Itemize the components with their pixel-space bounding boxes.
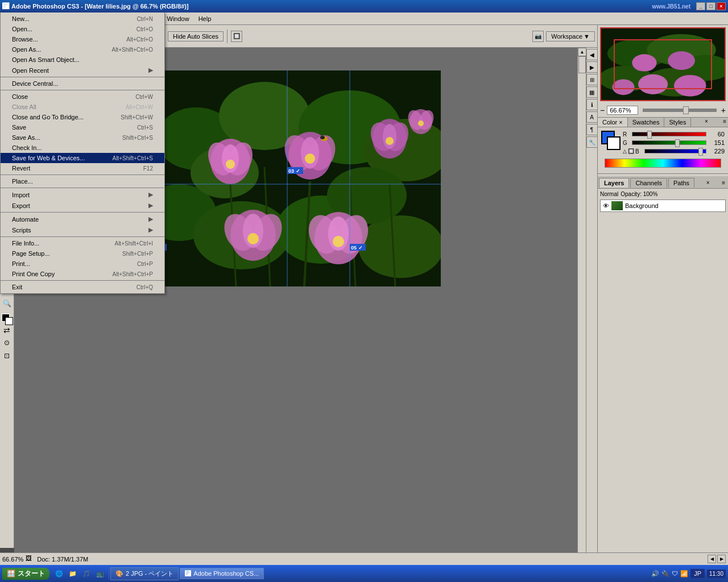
menu-close-all[interactable]: Close AllAlt+Ctrl+W: [1, 102, 164, 112]
svg-point-42: [333, 236, 344, 247]
menu-save-web[interactable]: Save for Web & Devices...Alt+Shift+Ctrl+…: [1, 153, 164, 163]
background-color-swatch[interactable]: [607, 136, 621, 150]
tool-zoom[interactable]: 🔍: [1, 297, 13, 310]
hide-auto-slices-button[interactable]: Hide Auto Slices: [168, 31, 224, 41]
menu-page-setup[interactable]: Page Setup...Shift+Ctrl+P: [1, 248, 164, 259]
zoom-in-btn[interactable]: +: [721, 106, 726, 115]
start-icon: 🪟: [7, 569, 15, 577]
tab-styles[interactable]: Styles: [664, 118, 691, 127]
layers-options: Normal Opacity: 100%: [600, 191, 726, 197]
language-indicator[interactable]: JP: [690, 569, 705, 578]
tab-swatches[interactable]: Swatches: [628, 118, 665, 127]
zoom-out-btn[interactable]: −: [600, 106, 605, 115]
taskbar-item-paint[interactable]: 🎨 2 JPG - ペイント: [110, 567, 179, 580]
tool-quickmask[interactable]: ⊙: [1, 336, 13, 349]
menu-exit[interactable]: ExitCtrl+Q: [1, 282, 164, 292]
zoom-input[interactable]: [607, 106, 638, 115]
menu-check-in[interactable]: Check In...: [1, 143, 164, 153]
panel-icon-1[interactable]: ◀: [586, 49, 598, 60]
tab-layers[interactable]: Layers: [599, 178, 629, 188]
layer-thumbnail: [611, 201, 623, 210]
background-color[interactable]: [5, 317, 13, 325]
canvas-container[interactable]: 03 ✓ 04 ✓ 05 ✓: [151, 70, 441, 286]
tool-screen-mode[interactable]: ⊡: [1, 350, 13, 362]
slice-options-btn[interactable]: 🔲: [231, 31, 242, 42]
start-button[interactable]: 🪟 スタート: [2, 568, 49, 580]
navigator-preview[interactable]: [600, 27, 726, 101]
panel-icon-2[interactable]: ▶: [586, 61, 598, 73]
camera-btn[interactable]: 📷: [532, 31, 544, 42]
color-panel-close[interactable]: ×: [703, 118, 710, 127]
g-slider-track[interactable]: [632, 140, 706, 145]
menu-open-as[interactable]: Open As...Alt+Shift+Ctrl+O: [1, 44, 164, 55]
menu-scripts[interactable]: Scripts▶: [1, 225, 164, 235]
menu-save[interactable]: SaveCtrl+S: [1, 122, 164, 132]
panel-icon-info[interactable]: ℹ: [586, 99, 598, 110]
b-icon: 🔲: [628, 148, 634, 154]
menu-save-as[interactable]: Save As...Shift+Ctrl+S: [1, 132, 164, 143]
panel-icon-hist[interactable]: ▦: [586, 86, 598, 98]
menu-open-smart-object[interactable]: Open As Smart Object...: [1, 55, 164, 65]
menu-device-central[interactable]: Device Central...: [1, 78, 164, 89]
panel-icon-tool[interactable]: 🔧: [586, 136, 598, 148]
b-slider-row: △ 🔲 B 229: [623, 148, 725, 155]
quicklaunch-4[interactable]: 📺: [94, 567, 106, 580]
menu-close-bridge[interactable]: Close and Go To Bridge...Shift+Ctrl+W: [1, 112, 164, 122]
tray-icon4: 📶: [680, 570, 688, 577]
quicklaunch-media[interactable]: 🎵: [80, 567, 93, 580]
menu-automate[interactable]: Automate▶: [1, 214, 164, 225]
close-button[interactable]: ×: [717, 2, 726, 10]
color-swatches: [1, 313, 13, 325]
taskbar-item-photoshop[interactable]: 🅿 Adobe Photoshop CS...: [180, 568, 264, 579]
menu-window[interactable]: Window: [163, 13, 194, 24]
b-slider-thumb[interactable]: [698, 148, 703, 156]
panel-icon-nav[interactable]: ⊞: [586, 74, 598, 85]
layer-row-background[interactable]: 👁 Background: [600, 199, 726, 212]
zoom-slider-thumb[interactable]: [683, 106, 689, 114]
b-slider-track[interactable]: [644, 149, 706, 153]
menu-open-recent[interactable]: Open Recent▶: [1, 65, 164, 76]
vertical-scrollbar[interactable]: ▲ ▼: [577, 48, 586, 561]
menu-revert[interactable]: RevertF12: [1, 163, 164, 173]
layers-panel-close[interactable]: ×: [705, 179, 712, 186]
menu-close[interactable]: CloseCtrl+W: [1, 92, 164, 102]
panel-icon-p[interactable]: ¶: [586, 124, 598, 135]
svg-point-20: [226, 160, 235, 169]
menu-file-info[interactable]: File Info...Alt+Shift+Ctrl+I: [1, 238, 164, 248]
menu-browse[interactable]: Browse...Alt+Ctrl+O: [1, 34, 164, 44]
tab-channels[interactable]: Channels: [630, 178, 667, 188]
panel-icon-a[interactable]: A: [586, 111, 598, 123]
layer-visibility-icon[interactable]: 👁: [603, 202, 609, 209]
g-slider-thumb[interactable]: [675, 139, 680, 147]
color-panel-menu[interactable]: ≡: [721, 118, 728, 127]
color-spectrum-bar[interactable]: [605, 159, 721, 168]
tab-color[interactable]: Color ×: [598, 118, 628, 127]
tab-paths[interactable]: Paths: [668, 178, 694, 188]
r-slider-thumb[interactable]: [647, 131, 652, 139]
r-slider-track[interactable]: [632, 132, 706, 136]
maximize-button[interactable]: □: [706, 2, 715, 10]
rgb-sliders: R 60 G 151: [623, 131, 725, 156]
scroll-up-btn[interactable]: ▲: [578, 48, 586, 56]
menu-new[interactable]: New...Ctrl+N: [1, 14, 164, 24]
status-left-btn[interactable]: ◀: [708, 555, 716, 563]
quicklaunch-explorer[interactable]: 📁: [67, 567, 79, 580]
zoom-slider[interactable]: [643, 109, 717, 112]
status-right-btn[interactable]: ▶: [717, 555, 726, 563]
menu-print[interactable]: Print...Ctrl+P: [1, 259, 164, 269]
minimize-button[interactable]: _: [696, 2, 705, 10]
layers-panel-menu[interactable]: ≡: [720, 179, 727, 186]
start-label: スタート: [18, 569, 45, 579]
scroll-thumb[interactable]: [578, 56, 586, 73]
switch-colors-btn[interactable]: ⇄: [3, 326, 10, 335]
menu-help[interactable]: Help: [194, 13, 216, 24]
menu-print-one-copy[interactable]: Print One CopyAlt+Shift+Ctrl+P: [1, 269, 164, 279]
b-value: 229: [709, 148, 725, 155]
app-icon: 🅿: [2, 2, 9, 10]
quicklaunch-ie[interactable]: 🌐: [53, 567, 65, 580]
menu-open[interactable]: Open...Ctrl+O: [1, 24, 164, 34]
menu-import[interactable]: Import▶: [1, 189, 164, 200]
menu-place[interactable]: Place...: [1, 176, 164, 186]
menu-export[interactable]: Export▶: [1, 200, 164, 211]
workspace-button[interactable]: Workspace ▼: [546, 31, 595, 41]
